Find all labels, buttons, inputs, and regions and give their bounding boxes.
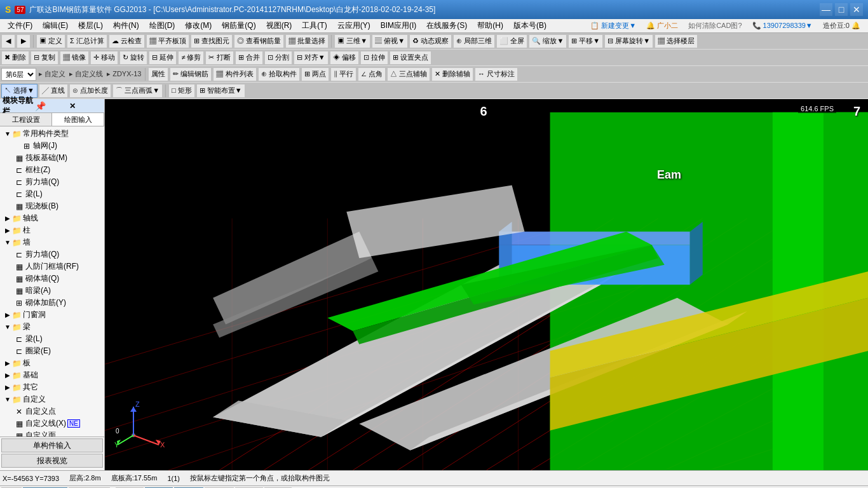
report-btn[interactable]: 报表视览 xyxy=(1,454,103,468)
menu-version[interactable]: 版本号(B) xyxy=(508,19,552,32)
cloud-check-btn[interactable]: ☁ 云检查 xyxy=(109,34,145,48)
menu-floor[interactable]: 楼层(L) xyxy=(73,19,108,32)
define-btn[interactable]: ▣ 定义 xyxy=(36,34,65,48)
trim-btn[interactable]: ≠ 修剪 xyxy=(178,51,204,65)
point-length-btn[interactable]: ⊙ 点加长度 xyxy=(69,84,111,98)
select-floor-btn[interactable]: ▦ 选择楼层 xyxy=(654,34,698,48)
tree-axisnet[interactable]: ⊞ 轴网(J) xyxy=(1,140,103,152)
tree-col[interactable]: ▶ 📁 柱 xyxy=(1,224,103,236)
batch-select-btn[interactable]: ▦ 批量选择 xyxy=(285,34,329,48)
tree-beamL2[interactable]: ⊏ 梁(L) xyxy=(1,333,103,345)
tree-doorwindow[interactable]: ▶ 📁 门窗洞 xyxy=(1,309,103,321)
tree-custompoint[interactable]: ✕ 自定义点 xyxy=(1,405,103,417)
phone-number[interactable]: 📞 13907298339▼ xyxy=(747,22,818,30)
component-list-btn[interactable]: ▦ 构件列表 xyxy=(213,67,256,81)
tree-slab[interactable]: ▶ 📁 板 xyxy=(1,357,103,369)
view-rebar-btn[interactable]: ◎ 查看钢筋量 xyxy=(234,34,284,48)
parallel-btn[interactable]: ∥ 平行 xyxy=(330,67,356,81)
tree-sw2[interactable]: ⊏ 剪力墙(Q) xyxy=(1,248,103,261)
find-element-btn[interactable]: ⊞ 查找图元 xyxy=(191,34,233,48)
new-change-btn[interactable]: 📋 新建变更▼ xyxy=(585,21,641,30)
copy-btn[interactable]: ⊟ 复制 xyxy=(31,51,58,65)
delete-btn[interactable]: ✖ 删除 xyxy=(1,51,29,65)
local-3d-btn[interactable]: ⊕ 局部三维 xyxy=(453,34,495,48)
tree-customline[interactable]: ▦ 自定义线(X) NE xyxy=(1,417,103,430)
menu-online[interactable]: 在线服务(S) xyxy=(421,19,472,32)
tree-beam1[interactable]: ⊏ 梁(L) xyxy=(1,188,103,200)
offset-btn[interactable]: ◈ 偏移 xyxy=(330,51,359,65)
three-point-axis-btn[interactable]: △ 三点辅轴 xyxy=(387,67,430,81)
dim-btn[interactable]: ↔ 尺寸标注 xyxy=(475,67,518,81)
tab-draw-input[interactable]: 绘图输入 xyxy=(52,113,104,126)
rect-btn[interactable]: □ 矩形 xyxy=(168,84,195,98)
menu-edit[interactable]: 编辑(E) xyxy=(37,19,73,32)
align-btn[interactable]: ⊟ 对齐▼ xyxy=(294,51,329,65)
extend-btn[interactable]: ⊟ 延伸 xyxy=(149,51,177,65)
line-btn[interactable]: ╱ 直线 xyxy=(39,84,68,98)
point-angle-btn[interactable]: ∠ 点角 xyxy=(358,67,386,81)
maximize-button[interactable]: □ xyxy=(835,3,848,16)
tree-raft[interactable]: ▦ 筏板基础(M) xyxy=(1,152,103,164)
arc-btn[interactable]: ⌒ 三点画弧▼ xyxy=(112,84,163,98)
menu-cloud[interactable]: 云应用(Y) xyxy=(332,19,376,32)
guangxiao-btn[interactable]: 🔔 广小二 xyxy=(641,21,683,30)
single-component-btn[interactable]: 单构件输入 xyxy=(1,438,103,452)
two-point-btn[interactable]: ⊞ 两点 xyxy=(301,67,329,81)
menu-tools[interactable]: 工具(T) xyxy=(297,19,332,32)
menu-rebar[interactable]: 钢筋量(Q) xyxy=(217,19,261,32)
del-axis-btn[interactable]: ✕ 删除辅轴 xyxy=(431,67,473,81)
panel-pin[interactable]: 📌 xyxy=(35,101,67,111)
close-button[interactable]: ✕ xyxy=(850,3,863,16)
calc-btn[interactable]: Σ 汇总计算 xyxy=(67,34,107,48)
set-anchor-btn[interactable]: ⊞ 设置夹点 xyxy=(390,51,431,65)
back-btn[interactable]: ◀ xyxy=(1,34,15,48)
tree-circlebeam[interactable]: ⊏ 圈梁(E) xyxy=(1,345,103,357)
divide-btn[interactable]: ⊡ 分割 xyxy=(264,51,292,65)
menu-file[interactable]: 文件(F) xyxy=(3,19,37,32)
tree-castslab[interactable]: ▦ 现浇板(B) xyxy=(1,200,103,212)
tree-shearwall1[interactable]: ⊏ 剪力墙(Q) xyxy=(1,176,103,188)
menu-help[interactable]: 帮助(H) xyxy=(472,19,508,32)
layer-select[interactable]: 第6层 xyxy=(1,68,36,81)
tree-darkbeam[interactable]: ▦ 暗梁(A) xyxy=(1,285,103,297)
panel-close[interactable]: ✕ xyxy=(69,102,102,111)
tree-wall[interactable]: ▼ 📁 墙 xyxy=(1,236,103,248)
screen-rotate-btn[interactable]: ⊟ 屏幕旋转▼ xyxy=(604,34,653,48)
tab-project-settings[interactable]: 工程设置 xyxy=(0,113,52,126)
tree-firewall[interactable]: ▦ 人防门框墙(RF) xyxy=(1,261,103,273)
menu-draw[interactable]: 绘图(D) xyxy=(144,19,180,32)
property-btn[interactable]: 属性 xyxy=(148,67,168,81)
tree-masonry[interactable]: ▦ 砌体墙(Q) xyxy=(1,273,103,285)
minimize-button[interactable]: — xyxy=(820,3,832,16)
tree-customface[interactable]: ▦ 自定义面 xyxy=(1,430,103,437)
smart-layout-btn[interactable]: ⊞ 智能布置▼ xyxy=(196,84,245,98)
menu-bim[interactable]: BIM应用(I) xyxy=(376,19,422,32)
forward-btn[interactable]: ▶ xyxy=(17,34,31,48)
menu-view[interactable]: 视图(R) xyxy=(261,19,297,32)
mirror-btn[interactable]: ▦ 镜像 xyxy=(60,51,89,65)
3d-viewport[interactable]: 6 7 614.6 FPS X Y Z 0 xyxy=(105,99,868,470)
tree-masonryrebar[interactable]: ⊞ 砌体加筋(Y) xyxy=(1,297,103,309)
tree-beamgroup[interactable]: ▼ 📁 梁 xyxy=(1,321,103,333)
fullscreen-btn[interactable]: ⬜ 全屏 xyxy=(496,34,527,48)
3d-btn[interactable]: ▣ 三维▼ xyxy=(334,34,370,48)
topview-btn[interactable]: ▤ 俯视▼ xyxy=(372,34,408,48)
tree-axis[interactable]: ▶ 📁 轴线 xyxy=(1,212,103,224)
break-btn[interactable]: ✂ 打断 xyxy=(205,51,233,65)
pick-component-btn[interactable]: ⊕ 拾取构件 xyxy=(258,67,300,81)
menu-modify[interactable]: 修改(M) xyxy=(180,19,217,32)
tree-other[interactable]: ▶ 📁 其它 xyxy=(1,381,103,393)
merge-btn[interactable]: ⊞ 合并 xyxy=(235,51,263,65)
dynamic-observe-btn[interactable]: ♻ 动态观察 xyxy=(409,34,452,48)
edit-rebar-btn[interactable]: ✏ 编辑钢筋 xyxy=(170,67,212,81)
zoom-btn[interactable]: 🔍 缩放▼ xyxy=(529,34,567,48)
tree-common[interactable]: ▼ 📁 常用构件类型 xyxy=(1,128,103,140)
tree-framecol[interactable]: ⊏ 框柱(Z) xyxy=(1,164,103,176)
move-btn[interactable]: ✛ 移动 xyxy=(90,51,118,65)
pan-btn[interactable]: ⊞ 平移▼ xyxy=(568,34,603,48)
tree-custom[interactable]: ▼ 📁 自定义 xyxy=(1,393,103,405)
menu-component[interactable]: 构件(N) xyxy=(108,19,144,32)
cad-help[interactable]: 如何清除CAD图? xyxy=(683,21,747,30)
rotate-btn[interactable]: ↻ 旋转 xyxy=(119,51,147,65)
stretch-btn[interactable]: ⊡ 拉伸 xyxy=(360,51,388,65)
